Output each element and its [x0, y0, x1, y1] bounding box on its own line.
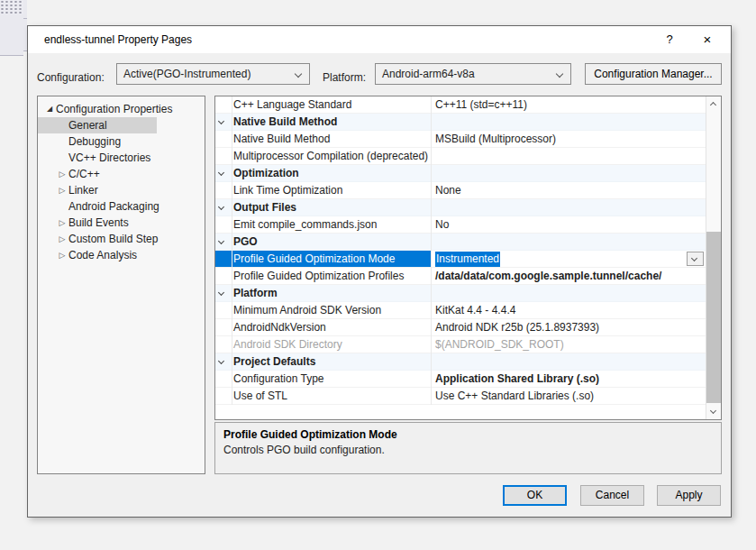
apply-button[interactable]: Apply: [657, 485, 721, 506]
scroll-up-button[interactable]: [706, 96, 722, 111]
group-row-optimization[interactable]: Optimization: [215, 165, 706, 182]
tree-item-label: General: [68, 119, 107, 132]
chevron-down-icon: [556, 70, 563, 78]
property-value[interactable]: Use C++ Standard Libraries (.so): [431, 388, 706, 404]
background-right-grip-dots: [0, 0, 23, 14]
property-value[interactable]: None: [431, 182, 706, 198]
help-icon[interactable]: ?: [655, 26, 684, 53]
property-grid: C++ Language StandardC++11 (std=c++11)Na…: [214, 96, 722, 420]
config-tree: ◢Configuration PropertiesGeneralDebuggin…: [37, 96, 205, 474]
tree-item-code-analysis[interactable]: ▷Code Analysis: [38, 247, 205, 263]
property-value[interactable]: No: [431, 216, 706, 233]
property-label: Android SDK Directory: [215, 336, 431, 353]
tree-item-android-packaging[interactable]: Android Packaging: [38, 198, 205, 215]
property-label: Native Build Method: [215, 131, 431, 147]
platform-dropdown[interactable]: Android-arm64-v8a: [375, 63, 571, 85]
property-row-native-build-method[interactable]: Native Build MethodMSBuild (Multiprocess…: [215, 131, 706, 148]
property-value[interactable]: KitKat 4.4 - 4.4.4: [431, 302, 706, 318]
tree-item-linker[interactable]: ▷Linker: [38, 182, 205, 198]
tree-item-custom-build-step[interactable]: ▷Custom Build Step: [38, 231, 205, 247]
property-label: Configuration Type: [215, 371, 431, 387]
group-row-pgo[interactable]: PGO: [215, 234, 706, 251]
group-row-platform[interactable]: Platform: [215, 285, 706, 302]
configuration-dropdown[interactable]: Active(PGO-Instrumented): [116, 63, 310, 85]
property-value[interactable]: $(ANDROID_SDK_ROOT): [431, 336, 706, 353]
tree-item-vc-directories[interactable]: VC++ Directories: [38, 150, 205, 166]
property-label: Link Time Optimization: [215, 182, 431, 198]
property-row-profile-guided-optimization-profiles[interactable]: Profile Guided Optimization Profiles/dat…: [215, 268, 706, 285]
cancel-button[interactable]: Cancel: [580, 485, 644, 506]
grid-gutter-separator: [232, 96, 232, 405]
property-row-androidndkversion[interactable]: AndroidNdkVersionAndroid NDK r25b (25.1.…: [215, 319, 706, 336]
ok-button[interactable]: OK: [503, 485, 567, 506]
value-dropdown-button[interactable]: [687, 252, 704, 266]
chevron-up-icon: [710, 102, 716, 108]
property-value[interactable]: C++11 (std=c++11): [431, 96, 706, 113]
property-label: Native Build Method: [215, 114, 431, 130]
property-row-c-language-standard[interactable]: C++ Language StandardC++11 (std=c++11): [215, 96, 706, 114]
group-row-project-defaults[interactable]: Project Defaults: [215, 353, 706, 371]
tree-collapsed-icon[interactable]: ▷: [56, 215, 68, 231]
property-row-multiprocessor-compilation-deprecated[interactable]: Multiprocessor Compilation (deprecated): [215, 148, 706, 165]
platform-dropdown-value: Android-arm64-v8a: [382, 64, 475, 84]
property-grid-rows: C++ Language StandardC++11 (std=c++11)Na…: [215, 96, 706, 405]
property-description-box: Profile Guided Optimization Mode Control…: [214, 422, 722, 474]
tree-collapsed-icon[interactable]: ▷: [56, 231, 68, 247]
tree-item-general[interactable]: General: [38, 117, 205, 133]
tree-item-build-events[interactable]: ▷Build Events: [38, 215, 205, 231]
configuration-dropdown-value: Active(PGO-Instrumented): [123, 64, 250, 84]
property-row-configuration-type[interactable]: Configuration TypeApplication Shared Lib…: [215, 371, 706, 388]
tree-collapsed-icon[interactable]: ▷: [56, 247, 68, 263]
tree-item-label: C/C++: [68, 168, 100, 180]
property-value[interactable]: MSBuild (Multiprocessor): [431, 131, 706, 147]
property-row-profile-guided-optimization-mode[interactable]: Profile Guided Optimization ModeInstrume…: [215, 251, 706, 268]
scrollbar-thumb[interactable]: [706, 232, 722, 403]
tree-item-label: Linker: [68, 184, 98, 197]
property-description-text: Controls PGO build configuration.: [223, 444, 713, 456]
property-row-emit-compile-commands-json[interactable]: Emit compile_commands.jsonNo: [215, 216, 706, 234]
group-row-output-files[interactable]: Output Files: [215, 199, 706, 216]
property-label: Output Files: [215, 199, 431, 215]
configuration-manager-button[interactable]: Configuration Manager...: [585, 63, 722, 85]
tree-expanded-icon[interactable]: ◢: [43, 101, 56, 117]
property-value[interactable]: /data/data/com.google.sample.tunnel/cach…: [431, 268, 706, 284]
tree-item-c-c[interactable]: ▷C/C++: [38, 166, 205, 182]
property-row-minimum-android-sdk-version[interactable]: Minimum Android SDK VersionKitKat 4.4 - …: [215, 302, 706, 319]
tree-item-label: VC++ Directories: [68, 151, 150, 164]
property-value[interactable]: Instrumented: [431, 251, 706, 267]
chevron-down-icon: [710, 408, 716, 414]
selected-value-text: Instrumented: [435, 252, 500, 267]
tree-item-label: Configuration Properties: [56, 103, 172, 115]
property-label: Multiprocessor Compilation (deprecated): [215, 148, 431, 164]
tree-collapsed-icon[interactable]: ▷: [56, 166, 68, 182]
configuration-label: Configuration:: [37, 67, 105, 88]
property-value[interactable]: Application Shared Library (.so): [431, 371, 706, 387]
tree-item-label: Code Analysis: [68, 249, 137, 261]
property-row-android-sdk-directory[interactable]: Android SDK Directory$(ANDROID_SDK_ROOT): [215, 336, 706, 353]
property-row-link-time-optimization[interactable]: Link Time OptimizationNone: [215, 182, 706, 199]
group-row-native-build-method[interactable]: Native Build Method: [215, 114, 706, 131]
property-pages-dialog: endless-tunnel Property Pages ? × Config…: [27, 25, 732, 518]
property-label: Optimization: [215, 165, 431, 181]
close-icon[interactable]: ×: [693, 26, 722, 53]
tree-collapsed-icon[interactable]: ▷: [56, 182, 68, 198]
property-value[interactable]: Android NDK r25b (25.1.8937393): [431, 319, 706, 335]
chevron-down-icon: [295, 70, 302, 78]
property-label: Emit compile_commands.json: [215, 216, 431, 233]
property-row-use-of-stl[interactable]: Use of STLUse C++ Standard Libraries (.s…: [215, 388, 706, 405]
chevron-down-icon: [691, 255, 697, 261]
scroll-down-button[interactable]: [706, 405, 722, 419]
property-description-title: Profile Guided Optimization Mode: [223, 428, 713, 441]
tree-item-label: Debugging: [68, 135, 121, 148]
tree-item-debugging[interactable]: Debugging: [38, 133, 205, 150]
property-value[interactable]: [431, 148, 706, 164]
tree-item-configuration-properties[interactable]: ◢Configuration Properties: [38, 101, 205, 117]
property-label: C++ Language Standard: [215, 96, 431, 113]
property-label: AndroidNdkVersion: [215, 319, 431, 335]
vertical-scrollbar[interactable]: [706, 96, 721, 419]
dialog-title: endless-tunnel Property Pages: [44, 26, 192, 53]
property-label: Profile Guided Optimization Profiles: [215, 268, 431, 284]
property-label: Profile Guided Optimization Mode: [215, 251, 431, 267]
title-bar[interactable]: endless-tunnel Property Pages ? ×: [28, 26, 731, 53]
property-label: Minimum Android SDK Version: [215, 302, 431, 318]
